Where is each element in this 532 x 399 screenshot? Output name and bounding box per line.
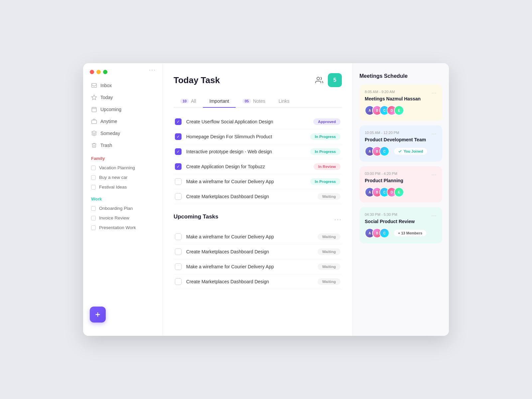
task-name-4: Create Application Design for Topbuzz xyxy=(186,164,309,169)
upcoming-task-name-4: Create Marketplaces Dashboard Design xyxy=(186,279,313,284)
header-right: 5 xyxy=(315,73,342,87)
sidebar-item-anytime[interactable]: Anytime xyxy=(87,115,159,127)
status-badge-5: In Progress xyxy=(310,178,340,185)
anytime-label: Anytime xyxy=(100,119,117,124)
buy-car-checkbox[interactable] xyxy=(91,175,96,180)
avatar: E xyxy=(394,105,404,115)
meeting-1-time: 8:05 AM - 9:20 AM xyxy=(365,90,395,94)
sidebar-item-someday[interactable]: Someday xyxy=(87,127,159,139)
vacation-planning-checkbox[interactable] xyxy=(91,166,96,170)
meeting-4-dots[interactable]: ⋯ xyxy=(431,212,437,219)
members-badge: + 13 Members xyxy=(394,230,426,236)
right-panel: Meetings Schedule 8:05 AM - 9:20 AM ⋯ Me… xyxy=(352,63,449,336)
invoice-checkbox[interactable] xyxy=(91,216,96,220)
you-joined-badge: You Joined xyxy=(394,148,427,155)
upcoming-task-name-2: Create Marketplaces Dashboard Design xyxy=(186,249,313,254)
upcoming-header: Upcoming Tasks ··· xyxy=(174,213,342,225)
meeting-3-avatars: A B C D E xyxy=(365,187,404,197)
plus-icon xyxy=(94,311,101,318)
sidebar-item-onboarding[interactable]: Onboarding Plan xyxy=(83,203,163,213)
meeting-2-name: Product Development Team xyxy=(365,137,437,142)
tab-all-label: All xyxy=(191,98,196,104)
tab-all[interactable]: 10 All xyxy=(174,95,203,107)
sidebar-item-inbox[interactable]: Inbox xyxy=(87,79,159,91)
inbox-label: Inbox xyxy=(100,83,112,88)
upcoming-checkbox-4[interactable] xyxy=(175,278,182,285)
invoice-label: Invoice Review xyxy=(99,215,129,220)
task-checkbox-3[interactable]: ✓ xyxy=(175,148,182,155)
main-content: Today Task 5 10 All Important 05 Notes L… xyxy=(163,63,352,336)
upcoming-checkbox-2[interactable] xyxy=(175,248,182,255)
sidebar-item-today[interactable]: Today xyxy=(87,91,159,103)
sidebar-item-invoice[interactable]: Invoice Review xyxy=(83,213,163,223)
onboarding-checkbox[interactable] xyxy=(91,206,96,211)
upcoming-status-2: Waiting xyxy=(318,248,340,255)
task-row: ✓ Create Userflow Social Application Des… xyxy=(174,114,342,129)
upcoming-label: Upcoming xyxy=(100,107,121,112)
calendar-icon xyxy=(91,106,97,112)
status-badge-1: Approved xyxy=(313,118,340,125)
upcoming-task-name-3: Make a wireframe for Courier Delivery Ap… xyxy=(186,264,313,269)
festival-ideas-checkbox[interactable] xyxy=(91,185,96,190)
task-checkbox-1[interactable]: ✓ xyxy=(175,118,182,125)
add-task-button[interactable] xyxy=(90,307,106,323)
task-checkbox-4[interactable]: ✓ xyxy=(175,163,182,170)
briefcase-icon xyxy=(91,118,97,124)
task-name-3: Interactive prototype design - Web desig… xyxy=(186,149,306,154)
buy-car-label: Buy a new car xyxy=(99,175,128,180)
task-row: Create Marketplaces Dashboard Design Wai… xyxy=(174,244,342,259)
task-checkbox-2[interactable]: ✓ xyxy=(175,133,182,140)
meeting-3-footer: A B C D E xyxy=(365,187,437,197)
upcoming-checkbox-3[interactable] xyxy=(175,263,182,270)
task-checkbox-6[interactable] xyxy=(175,193,182,200)
upcoming-dots-menu[interactable]: ··· xyxy=(334,215,342,223)
upcoming-status-4: Waiting xyxy=(318,278,340,285)
app-window: ··· Inbox Today Upcoming Anytime Someda xyxy=(83,63,449,336)
sidebar-item-upcoming[interactable]: Upcoming xyxy=(87,103,159,115)
task-name-2: Homepage Design For Slimmuch Product xyxy=(186,134,306,139)
users-icon[interactable] xyxy=(315,76,323,84)
upcoming-title: Upcoming Tasks xyxy=(174,213,218,220)
sidebar-item-presentation[interactable]: Presentation Work xyxy=(83,223,163,232)
task-row: Create Marketplaces Dashboard Design Wai… xyxy=(174,189,342,204)
tab-links[interactable]: Links xyxy=(272,95,296,107)
sidebar: ··· Inbox Today Upcoming Anytime Someda xyxy=(83,63,163,336)
status-badge-2: In Progress xyxy=(310,133,340,140)
meeting-card-4-header: 04:30 PM - 5:30 PM ⋯ xyxy=(365,212,437,219)
meeting-1-dots[interactable]: ⋯ xyxy=(431,90,437,96)
sidebar-item-trash[interactable]: Trash xyxy=(87,139,159,151)
meeting-3-time: 03:00 PM - 4:20 PM xyxy=(365,172,397,176)
tab-notes[interactable]: 05 Notes xyxy=(236,95,272,107)
task-checkbox-5[interactable] xyxy=(175,178,182,185)
status-badge-4: In Review xyxy=(314,163,340,170)
upcoming-checkbox-1[interactable] xyxy=(175,233,182,240)
sidebar-item-buy-car[interactable]: Buy a new car xyxy=(83,173,163,182)
svg-rect-2 xyxy=(92,107,96,112)
svg-marker-7 xyxy=(92,131,97,134)
close-button[interactable] xyxy=(90,70,94,74)
avatar: E xyxy=(394,187,404,197)
task-row: Create Marketplaces Dashboard Design Wai… xyxy=(174,274,342,289)
meeting-2-dots[interactable]: ⋯ xyxy=(431,131,437,137)
avatar: C xyxy=(379,228,389,238)
meeting-1-avatars: A B C D E xyxy=(365,105,404,115)
maximize-button[interactable] xyxy=(103,70,107,74)
sidebar-item-festival-ideas[interactable]: Festival Ideas xyxy=(83,182,163,192)
minimize-button[interactable] xyxy=(96,70,101,74)
status-badge-6: Waiting xyxy=(318,193,340,200)
task-row: ✓ Create Application Design for Topbuzz … xyxy=(174,159,342,174)
tab-notes-label: Notes xyxy=(253,98,265,104)
svg-point-10 xyxy=(317,77,320,80)
tabs-bar: 10 All Important 05 Notes Links xyxy=(174,95,342,108)
presentation-label: Presentation Work xyxy=(99,225,136,230)
presentation-checkbox[interactable] xyxy=(91,225,96,230)
notification-badge[interactable]: 5 xyxy=(328,73,342,87)
family-section-label: Family xyxy=(83,151,163,163)
task-name-6: Create Marketplaces Dashboard Design xyxy=(186,194,313,199)
svg-rect-6 xyxy=(92,120,97,124)
meeting-3-dots[interactable]: ⋯ xyxy=(431,172,437,178)
work-section-label: Work xyxy=(83,192,163,203)
tab-notes-badge: 05 xyxy=(242,99,251,103)
sidebar-item-vacation-planning[interactable]: Vacation Planning xyxy=(83,163,163,173)
tab-important[interactable]: Important xyxy=(203,95,236,107)
